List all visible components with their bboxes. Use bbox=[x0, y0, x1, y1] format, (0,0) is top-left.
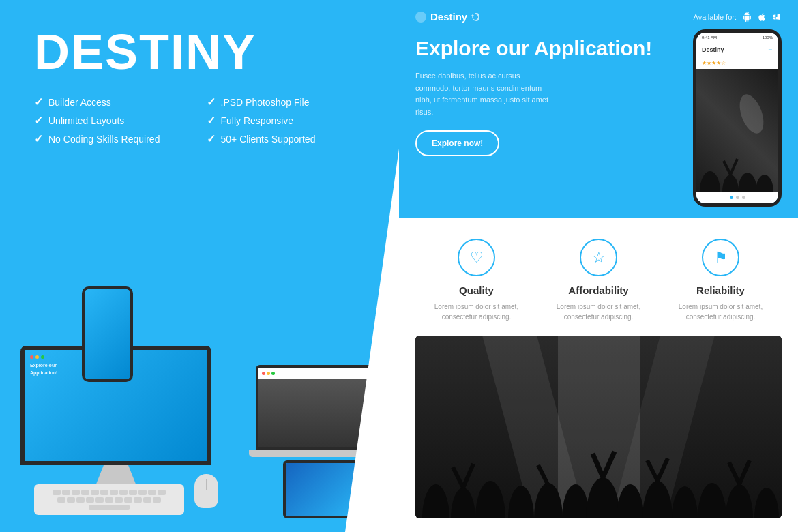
feature-col-affordability: ☆ Affordability Lorem ipsum dolor sit am… bbox=[537, 239, 660, 322]
svg-point-10 bbox=[534, 483, 563, 518]
svg-point-9 bbox=[508, 486, 534, 518]
reliability-title: Reliability bbox=[696, 284, 745, 296]
svg-line-5 bbox=[730, 159, 737, 175]
svg-point-8 bbox=[475, 481, 505, 518]
svg-point-18 bbox=[754, 488, 779, 518]
quality-icon: ♡ bbox=[470, 249, 484, 267]
svg-point-2 bbox=[738, 173, 757, 192]
check-icon-5: ✓ bbox=[34, 132, 43, 145]
imac-stand bbox=[95, 465, 136, 486]
svg-point-12 bbox=[586, 477, 620, 518]
quality-title: Quality bbox=[459, 284, 494, 296]
affordability-icon: ☆ bbox=[592, 249, 606, 267]
feature-label-6: 50+ Clients Supported bbox=[221, 134, 316, 145]
feature-item-3: ✓ Unlimited Layouts bbox=[34, 114, 193, 127]
check-icon-3: ✓ bbox=[34, 114, 43, 127]
svg-point-7 bbox=[451, 488, 475, 518]
feature-item-5: ✓ No Coding Skills Required bbox=[34, 132, 193, 145]
svg-point-1 bbox=[722, 175, 739, 192]
feature-label-1: Builder Access bbox=[48, 97, 111, 108]
check-icon-2: ✓ bbox=[207, 95, 216, 108]
svg-line-24 bbox=[647, 460, 657, 481]
phone-app-name: Destiny bbox=[702, 46, 724, 53]
right-hero: Explore our Application! Fusce dapibus, … bbox=[415, 36, 782, 207]
brand-icon bbox=[415, 12, 426, 23]
left-panel: DESTINY ✓ Builder Access ✓ .PSD Photosho… bbox=[0, 0, 399, 532]
reliability-description: Lorem ipsum dolor sit amet, consectetur … bbox=[666, 301, 775, 322]
mouse-mockup bbox=[194, 474, 218, 508]
svg-point-13 bbox=[617, 484, 644, 518]
phone-mockup: 9:41 AM 100% Destiny → ★★★★☆ bbox=[693, 29, 782, 207]
phone-image-area bbox=[696, 69, 778, 192]
feature-label-2: .PSD Photoshop File bbox=[221, 97, 310, 108]
bottom-image bbox=[415, 336, 782, 518]
left-content: DESTINY ✓ Builder Access ✓ .PSD Photosho… bbox=[0, 0, 399, 193]
svg-point-3 bbox=[756, 175, 773, 192]
feature-col-reliability: ⚑ Reliability Lorem ipsum dolor sit amet… bbox=[660, 239, 782, 322]
crowd-image bbox=[415, 336, 782, 518]
check-icon-1: ✓ bbox=[34, 95, 43, 108]
feature-col-quality: ♡ Quality Lorem ipsum dolor sit amet, co… bbox=[415, 239, 537, 322]
feature-item-2: ✓ .PSD Photoshop File bbox=[207, 95, 366, 108]
phone-dot-1 bbox=[730, 196, 733, 199]
svg-line-26 bbox=[729, 462, 739, 484]
right-features-section: ♡ Quality Lorem ipsum dolor sit amet, co… bbox=[399, 218, 798, 336]
crowd-svg bbox=[415, 443, 782, 518]
svg-point-14 bbox=[642, 481, 673, 518]
svg-line-25 bbox=[657, 458, 668, 481]
reliability-icon-circle: ⚑ bbox=[702, 239, 739, 276]
feature-label-4: Fully Responsive bbox=[221, 115, 294, 126]
affordability-icon-circle: ☆ bbox=[580, 239, 617, 276]
reliability-icon: ⚑ bbox=[714, 249, 728, 267]
svg-point-16 bbox=[698, 483, 726, 518]
svg-line-4 bbox=[724, 161, 730, 175]
svg-line-23 bbox=[603, 452, 615, 477]
nav-available: Available for: bbox=[694, 12, 782, 22]
phone-arrow: → bbox=[767, 46, 773, 53]
available-label: Available for: bbox=[694, 13, 737, 21]
feature-label-3: Unlimited Layouts bbox=[48, 115, 124, 126]
phone-time: 9:41 AM bbox=[702, 35, 717, 40]
right-panel: Destiny Available for: bbox=[399, 0, 798, 532]
apple-icon bbox=[757, 12, 767, 22]
svg-line-20 bbox=[463, 464, 473, 488]
nav-brand-name: Destiny bbox=[430, 11, 467, 23]
quality-description: Lorem ipsum dolor sit amet, consectetur … bbox=[422, 301, 531, 322]
phone-battery: 100% bbox=[763, 35, 773, 40]
feature-item-6: ✓ 50+ Clients Supported bbox=[207, 132, 366, 145]
concert-silhouette bbox=[696, 137, 778, 192]
svg-point-0 bbox=[700, 171, 720, 192]
svg-point-6 bbox=[422, 484, 449, 518]
svg-line-27 bbox=[739, 460, 750, 484]
right-nav: Destiny Available for: bbox=[415, 11, 782, 23]
features-grid: ✓ Builder Access ✓ .PSD Photoshop File ✓… bbox=[34, 95, 365, 145]
iphone-mockup-small bbox=[82, 286, 133, 382]
hero-heading: Explore our Application! bbox=[415, 36, 679, 61]
keyboard-mockup bbox=[34, 484, 184, 515]
brand-title: DESTINY bbox=[34, 27, 365, 76]
phone-nav-bar: Destiny → bbox=[696, 42, 778, 57]
feature-item-4: ✓ Fully Responsive bbox=[207, 114, 366, 127]
nav-brand: Destiny bbox=[415, 11, 479, 23]
feature-label-5: No Coding Skills Required bbox=[48, 134, 160, 145]
svg-point-17 bbox=[726, 484, 753, 518]
svg-line-22 bbox=[593, 454, 603, 477]
devices-container: Explore our Application! bbox=[0, 177, 399, 532]
windows-icon bbox=[772, 12, 782, 22]
affordability-title: Affordability bbox=[568, 284, 628, 296]
explore-button[interactable]: Explore now! bbox=[415, 130, 499, 156]
right-top-section: Destiny Available for: bbox=[399, 0, 798, 218]
phone-status-bar: 9:41 AM 100% bbox=[696, 33, 778, 42]
svg-line-19 bbox=[453, 467, 463, 488]
quality-icon-circle: ♡ bbox=[458, 239, 495, 276]
svg-line-21 bbox=[538, 465, 548, 486]
hero-description: Fusce dapibus, tellus ac cursus commodo,… bbox=[415, 70, 552, 118]
android-icon bbox=[742, 12, 752, 22]
feature-item-1: ✓ Builder Access bbox=[34, 95, 193, 108]
phone-dot-3 bbox=[742, 196, 745, 199]
right-hero-text: Explore our Application! Fusce dapibus, … bbox=[415, 36, 679, 156]
check-icon-4: ✓ bbox=[207, 114, 216, 127]
affordability-description: Lorem ipsum dolor sit amet, consectetur … bbox=[544, 301, 653, 322]
phone-dot-2 bbox=[736, 196, 739, 199]
nav-refresh-icon bbox=[471, 13, 479, 21]
